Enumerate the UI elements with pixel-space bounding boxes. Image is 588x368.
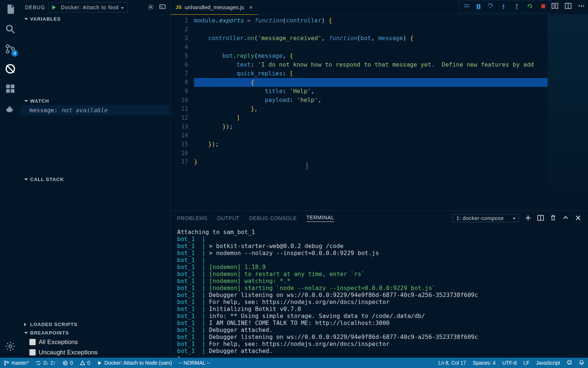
settings-gear-icon[interactable] [5, 341, 16, 352]
tab-problems[interactable]: PROBLEMS [177, 215, 208, 221]
svg-point-0 [7, 25, 12, 31]
section-call-stack[interactable]: CALL STACK [21, 175, 170, 184]
tab-output[interactable]: OUTPUT [217, 215, 240, 221]
debug-config-dropdown[interactable]: Docker: Attach to Nod [48, 2, 128, 13]
eol[interactable]: LF [523, 360, 529, 366]
split-terminal-icon[interactable] [537, 215, 544, 222]
svg-point-2 [6, 50, 9, 53]
git-branch[interactable]: master* [4, 360, 29, 366]
svg-point-20 [516, 7, 517, 9]
terminal-line: bot_1 | [nodemon] watching: *.* [177, 277, 581, 284]
docker-icon[interactable] [5, 103, 16, 114]
svg-point-29 [4, 361, 6, 362]
svg-rect-7 [6, 89, 10, 93]
svg-rect-5 [6, 85, 10, 88]
maximize-panel-icon[interactable] [562, 215, 569, 222]
close-icon[interactable]: × [249, 4, 252, 10]
tab-terminal[interactable]: TERMINAL [306, 215, 334, 222]
step-into-button[interactable] [500, 3, 507, 11]
terminal-output[interactable]: Attaching to sam_bot_1bot_1 | bot_1 | > … [171, 226, 588, 358]
checkbox[interactable] [29, 339, 36, 345]
step-out-button[interactable] [513, 3, 520, 11]
smiley-icon[interactable] [567, 360, 572, 366]
code-editor[interactable]: 1234567891011121314151617 module.exports… [171, 15, 588, 210]
minimap[interactable] [548, 15, 588, 210]
new-terminal-icon[interactable] [525, 215, 531, 222]
svg-point-26 [581, 5, 582, 6]
restart-button[interactable] [527, 3, 533, 11]
terminal-select[interactable]: 1: docker-compose [452, 214, 519, 222]
panel-tabs: PROBLEMS OUTPUT DEBUG CONSOLE TERMINAL 1… [171, 211, 588, 226]
svg-rect-23 [556, 3, 558, 8]
section-loaded-scripts[interactable]: LOADED SCRIPTS [21, 320, 170, 329]
breakpoint-row[interactable]: Uncaught Exceptions [21, 347, 170, 358]
svg-point-12 [465, 4, 466, 5]
errors-count[interactable]: 0 [62, 360, 73, 366]
svg-point-13 [466, 4, 467, 5]
svg-point-33 [567, 360, 571, 364]
toolbar-grip-icon[interactable] [463, 3, 470, 11]
search-icon[interactable] [5, 24, 16, 35]
editor-tabs: JSunhandled_messages.js× [171, 0, 588, 15]
svg-point-30 [4, 364, 6, 365]
svg-point-16 [466, 6, 467, 7]
checkbox[interactable] [29, 349, 36, 355]
svg-point-14 [468, 4, 469, 5]
watch-expression[interactable]: message: not available [21, 105, 170, 115]
terminal-line: bot_1 | [177, 236, 581, 243]
debug-config-label: Docker: Attach to Nod [59, 4, 125, 10]
terminal-line: bot_1 | [nodemon] starting `node --nolaz… [177, 284, 581, 291]
tab-debug-console[interactable]: DEBUG CONSOLE [249, 215, 297, 221]
breakpoint-row[interactable]: All Exceptions [21, 337, 170, 347]
svg-point-19 [503, 7, 504, 9]
debug-settings-icon[interactable] [147, 4, 154, 11]
debug-panel-header: DEBUG Docker: Attach to Nod [21, 0, 170, 15]
svg-point-17 [468, 6, 469, 7]
debug-toolbar[interactable] [459, 0, 551, 13]
debug-target[interactable]: Docker: Attach to Node (sam) [97, 360, 172, 366]
terminal-line: bot_1 | For help, see: https://nodejs.or… [177, 298, 581, 305]
debug-console-icon[interactable] [159, 4, 166, 11]
cursor-position[interactable]: Ln 8, Col 17 [438, 360, 466, 366]
close-panel-icon[interactable] [575, 215, 581, 222]
terminal-line: bot_1 | Initializing Botkit v0.7.0 [177, 305, 581, 312]
kill-terminal-icon[interactable] [550, 215, 556, 222]
extensions-icon[interactable] [5, 83, 16, 94]
svg-point-18 [490, 7, 491, 8]
svg-rect-8 [11, 89, 14, 93]
terminal-line: bot_1 | [nodemon] 1.18.9 [177, 263, 581, 270]
activity-bar: 4 [0, 0, 21, 358]
debug-icon[interactable] [5, 63, 16, 74]
warnings-count[interactable]: 0 [80, 360, 90, 366]
section-variables[interactable]: VARIABLES [21, 15, 170, 23]
scm-badge: 4 [11, 50, 18, 57]
more-icon[interactable] [578, 2, 585, 11]
svg-rect-22 [552, 3, 554, 8]
status-bar: master* 0↓ 2↑ 0 0 Docker: Attach to Node… [0, 358, 588, 368]
scm-icon[interactable]: 4 [5, 43, 16, 54]
git-sync[interactable]: 0↓ 2↑ [36, 360, 55, 366]
stop-button[interactable] [540, 3, 546, 11]
split-diff-icon[interactable] [551, 2, 559, 11]
section-watch[interactable]: WATCH [21, 97, 170, 105]
bottom-panel: PROBLEMS OUTPUT DEBUG CONSOLE TERMINAL 1… [171, 210, 588, 358]
split-editor-icon[interactable] [564, 2, 572, 11]
indentation[interactable]: Spaces: 4 [473, 360, 495, 366]
bell-icon[interactable] [579, 360, 584, 366]
svg-point-1 [6, 45, 9, 48]
js-file-icon: JS [176, 4, 182, 10]
terminal-line: bot_1 | info: ** Using simple storage. S… [177, 312, 581, 319]
language-mode[interactable]: JavaScript [536, 360, 560, 366]
step-over-button[interactable] [487, 3, 494, 11]
encoding[interactable]: UTF-8 [502, 360, 517, 366]
section-breakpoints[interactable]: BREAKPOINTS [21, 329, 170, 337]
terminal-line: Attaching to sam_bot_1 [177, 229, 581, 236]
terminal-line: ▯ [177, 354, 581, 358]
files-icon[interactable] [5, 4, 16, 15]
pause-button[interactable] [477, 4, 480, 9]
terminal-line: bot_1 | Debugger attached. [177, 326, 581, 333]
code-area[interactable]: module.exports = function(controller) { … [194, 15, 548, 210]
editor-tab[interactable]: JSunhandled_messages.js× [171, 0, 258, 15]
start-debug-button[interactable] [49, 3, 58, 12]
svg-rect-6 [11, 85, 14, 88]
